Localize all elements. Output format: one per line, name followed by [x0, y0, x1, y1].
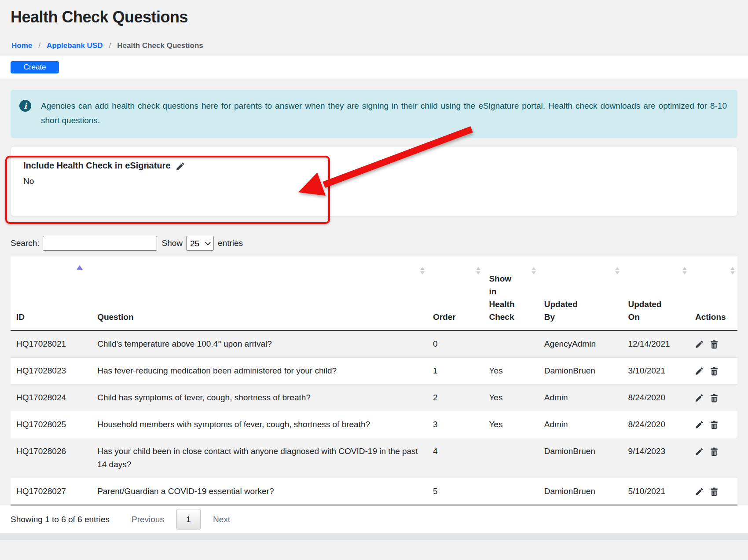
pencil-icon[interactable]	[695, 487, 704, 496]
cell-order: 0	[427, 330, 483, 358]
toolbar: Create	[0, 56, 748, 79]
pencil-icon[interactable]	[695, 394, 704, 402]
cell-show-in-health-check	[483, 438, 538, 478]
cell-show-in-health-check: Yes	[483, 358, 538, 384]
trash-icon[interactable]	[710, 340, 718, 349]
esignature-card-title: Include Health Check in eSignature	[23, 161, 171, 171]
table-row: HQ17028023Has fever-reducing medication …	[11, 358, 737, 384]
table-row: HQ17028024Child has symptoms of fever, c…	[11, 384, 737, 411]
esignature-card: Include Health Check in eSignature No	[11, 146, 737, 216]
trash-icon[interactable]	[710, 421, 718, 429]
pagination-page-1[interactable]: 1	[176, 509, 201, 530]
table-footer: Showing 1 to 6 of 6 entries Previous 1 N…	[0, 505, 748, 533]
pencil-icon[interactable]	[695, 340, 704, 348]
column-header-actions[interactable]: Actions	[689, 256, 737, 330]
cell-question: Child has symptoms of fever, cough, shor…	[92, 384, 427, 411]
cell-updated-by: DamionBruen	[539, 358, 623, 384]
main-content: i Agencies can add health check question…	[0, 79, 748, 505]
cell-order: 2	[427, 384, 483, 411]
cell-id: HQ17028025	[11, 411, 92, 438]
page-size-select-wrapper: 25	[186, 236, 214, 251]
show-label: Show	[161, 238, 183, 248]
cell-actions	[689, 384, 737, 411]
column-header-order[interactable]: Order	[427, 256, 483, 330]
cell-id: HQ17028024	[11, 384, 92, 411]
search-input[interactable]	[43, 236, 157, 251]
cell-updated-on: 8/24/2020	[622, 411, 689, 438]
table-row: HQ17028027Parent/Guardian a COVID-19 ess…	[11, 478, 737, 505]
cell-updated-by: AgencyAdmin	[539, 330, 623, 358]
trash-icon[interactable]	[710, 447, 718, 456]
cell-question: Parent/Guardian a COVID-19 essential wor…	[92, 478, 427, 505]
cell-updated-on: 12/14/2021	[622, 330, 689, 358]
pagination-previous[interactable]: Previous	[125, 515, 170, 524]
column-header-question[interactable]: Question	[92, 256, 427, 330]
table-controls: Search: Show 25 entries	[11, 236, 737, 251]
trash-icon[interactable]	[710, 367, 718, 376]
column-header-id[interactable]: ID	[11, 256, 92, 330]
page-size-select[interactable]: 25	[186, 236, 214, 251]
cell-actions	[689, 358, 737, 384]
pagination-next[interactable]: Next	[207, 515, 236, 524]
cell-order: 3	[427, 411, 483, 438]
cell-updated-on: 5/10/2021	[622, 478, 689, 505]
breadcrumb: Home / Applebank USD / Health Check Ques…	[11, 26, 737, 56]
health-check-questions-table: ID Question Order Show in Health Check U…	[11, 256, 737, 505]
esignature-card-wrapper: Include Health Check in eSignature No	[11, 146, 737, 216]
cell-updated-on: 8/24/2020	[622, 384, 689, 411]
cell-show-in-health-check	[483, 478, 538, 505]
breadcrumb-separator: /	[109, 41, 111, 50]
cell-actions	[689, 330, 737, 358]
info-alert-text: Agencies can add health check questions …	[41, 99, 727, 128]
sort-icon	[532, 267, 536, 275]
entries-summary: Showing 1 to 6 of 6 entries	[11, 515, 110, 524]
sort-icon	[730, 267, 735, 275]
cell-updated-by: DamionBruen	[539, 478, 623, 505]
table-row: HQ17028025Household members with symptom…	[11, 411, 737, 438]
sort-icon	[615, 267, 620, 275]
pencil-icon[interactable]	[176, 162, 185, 171]
breadcrumb-link-home[interactable]: Home	[11, 41, 32, 50]
sort-icon	[420, 267, 425, 275]
cell-order: 5	[427, 478, 483, 505]
bottom-strip	[0, 533, 748, 540]
table-row: HQ17028021Child's temperature above 100.…	[11, 330, 737, 358]
trash-icon[interactable]	[710, 394, 718, 403]
trash-icon[interactable]	[710, 487, 718, 496]
sort-ascending-icon	[77, 265, 83, 270]
create-button[interactable]: Create	[11, 61, 59, 73]
cell-show-in-health-check	[483, 330, 538, 358]
cell-id: HQ17028026	[11, 438, 92, 478]
page-title: Health Check Questions	[11, 8, 737, 26]
cell-id: HQ17028027	[11, 478, 92, 505]
cell-updated-by: Admin	[539, 411, 623, 438]
cell-id: HQ17028023	[11, 358, 92, 384]
breadcrumb-current: Health Check Questions	[117, 41, 203, 50]
column-header-show-in-health-check[interactable]: Show in Health Check	[483, 256, 538, 330]
cell-show-in-health-check: Yes	[483, 384, 538, 411]
column-header-updated-by[interactable]: Updated By	[539, 256, 623, 330]
cell-id: HQ17028021	[11, 330, 92, 358]
pencil-icon[interactable]	[695, 367, 704, 375]
column-header-updated-on[interactable]: Updated On	[622, 256, 689, 330]
info-alert: i Agencies can add health check question…	[11, 90, 737, 138]
cell-updated-on: 9/14/2023	[622, 438, 689, 478]
pencil-icon[interactable]	[695, 421, 704, 429]
cell-order: 4	[427, 438, 483, 478]
entries-label: entries	[218, 238, 243, 248]
info-icon: i	[19, 100, 31, 112]
search-label: Search:	[11, 238, 39, 248]
sort-icon	[476, 267, 480, 275]
cell-show-in-health-check: Yes	[483, 411, 538, 438]
cell-order: 1	[427, 358, 483, 384]
cell-question: Household members with symptoms of fever…	[92, 411, 427, 438]
cell-updated-by: DamionBruen	[539, 438, 623, 478]
esignature-card-value: No	[23, 176, 725, 186]
breadcrumb-separator: /	[38, 41, 40, 50]
page-header: Health Check Questions Home / Applebank …	[0, 0, 748, 56]
sort-icon	[682, 267, 687, 275]
breadcrumb-link-agency[interactable]: Applebank USD	[47, 41, 103, 50]
cell-question: Has your child been in close contact wit…	[92, 438, 427, 478]
pencil-icon[interactable]	[695, 447, 704, 456]
table-header-row: ID Question Order Show in Health Check U…	[11, 256, 737, 330]
